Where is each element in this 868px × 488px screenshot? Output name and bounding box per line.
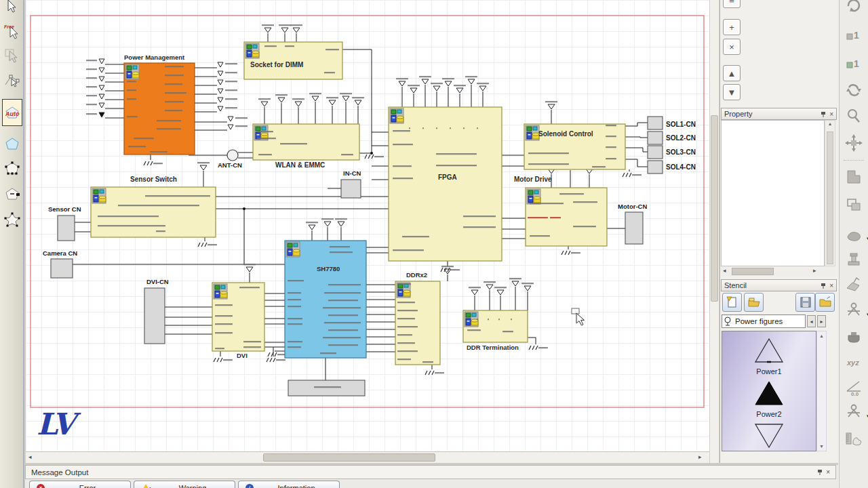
block-sensor-switch[interactable] [91,187,216,237]
canvas-vscrollbar[interactable] [709,0,719,463]
connector-camera-cn[interactable] [51,259,73,278]
pin-label-texture [408,85,420,86]
connector-dvi-cn[interactable] [144,288,165,344]
property-vscrollbar[interactable]: ▴ [825,120,835,266]
scroll-up-icon[interactable]: ▴ [825,121,835,127]
pin-label-texture [225,107,237,108]
measure-figure-icon[interactable]: ▾ [844,401,864,422]
pin-icon[interactable] [821,283,826,289]
block-type-icons [390,108,403,123]
pin-label-texture [374,156,384,157]
connector-in-cn[interactable] [341,180,361,198]
tab-error[interactable]: ×Error [29,481,131,488]
close-icon[interactable]: × [829,282,833,289]
auto-route-tool[interactable]: Auto [2,99,22,126]
place-figure-icon[interactable]: ▾ [844,300,864,320]
clamp-tool-icon[interactable] [844,274,864,294]
node-edit-tool[interactable] [2,69,22,91]
stencil-vscrollbar[interactable]: ▴ ▾ [816,331,827,451]
pin-label-texture [165,110,182,111]
place-block-icon[interactable] [844,167,864,187]
canvas-vscroll-thumb[interactable] [711,115,718,302]
stencil-item-shape[interactable] [722,422,816,451]
pin-label-texture [469,287,481,288]
pin-label-texture [235,117,248,119]
redraw-icon[interactable] [844,80,864,100]
select-cursor-tool[interactable] [2,0,22,18]
stamp-tool-icon[interactable] [844,249,864,270]
panel-hscroll-thumb[interactable] [732,268,774,275]
scroll-down-icon[interactable]: ▾ [817,443,826,449]
add-button[interactable]: + [723,19,741,35]
scroll-right-icon[interactable]: ▸ [698,453,702,460]
scroll-left-icon[interactable]: ◂ [28,453,32,460]
pin-icon[interactable] [817,469,823,475]
rotate-view-icon[interactable] [844,0,864,15]
power-flag-icon [218,80,223,85]
tab-information[interactable]: iInformation [238,481,340,488]
move-down-button[interactable]: ▼ [723,84,741,100]
canvas-hscrollbar[interactable]: ◂ ▸ [26,451,709,463]
schematic-sheet[interactable]: Power ManagementSocket for DIMMWLAN & EM… [26,0,709,451]
stencil-save-button[interactable] [795,293,815,312]
draw-polygon-tool[interactable] [2,133,22,155]
copy-objects-icon[interactable] [844,195,864,216]
edit-segment-tool[interactable] [2,183,22,205]
edit-vertices-tool[interactable] [2,157,22,179]
scroll-up-icon[interactable]: ▴ [817,333,826,339]
move-up-button[interactable]: ▲ [723,65,741,81]
ground-symbol [425,371,434,375]
pin-label-texture [441,266,454,267]
stencil-item-Power1[interactable] [722,337,816,367]
category-next-button[interactable]: ▸ [817,315,826,327]
pin-label-texture [275,94,288,96]
pin-icon[interactable] [821,111,826,117]
stencil-open-button[interactable] [744,293,764,312]
angle-zero-icon[interactable]: 0.0 [844,377,864,397]
coordinate-xyz-icon[interactable]: xyz [844,352,864,373]
connector-sensor-cn[interactable] [58,216,75,241]
pin-label-texture [208,244,217,245]
pin-label-texture [145,195,210,197]
power-flag-icon [99,68,104,73]
pin-label-texture [127,81,136,82]
connector-sol1-cn[interactable] [648,117,663,129]
canvas-hscroll-thumb[interactable] [263,453,435,462]
category-prev-button[interactable]: ◂ [807,315,816,327]
pin-label-texture [262,24,274,26]
connector-sol4-cn[interactable] [648,161,663,174]
power-flag-icon [278,98,285,124]
stencil-item-list[interactable]: Power1Power2 [722,331,816,451]
zoom-ratio-1-icon[interactable]: 1 [844,24,864,45]
list-button[interactable]: ≡ [723,0,741,8]
pan-tool-icon[interactable] [844,133,864,153]
scroll-left-icon[interactable]: ◂ [723,267,726,274]
press-tool-icon[interactable] [844,327,864,347]
zoom-tool-icon[interactable] [844,106,864,126]
reshape-polygon-tool[interactable] [2,209,22,230]
panel-hscrollbar[interactable]: ◂ ▸ [721,266,835,277]
schematic-canvas[interactable]: Power ManagementSocket for DIMMWLAN & EM… [26,0,719,463]
stencil-item-Power2[interactable] [722,380,816,409]
schematic-drawing[interactable]: Power ManagementSocket for DIMMWLAN & EM… [26,0,709,451]
connector-motor-cn[interactable] [625,212,643,244]
stencil-category-dropdown[interactable]: Power figures [722,314,806,328]
tab-warning[interactable]: !Warning [134,481,235,488]
select-disabled-tool[interactable] [2,45,22,66]
zoom-previous-icon[interactable]: 1 [844,53,864,73]
connector-sol3-cn[interactable] [648,146,663,159]
scroll-right-icon[interactable]: ▸ [813,267,816,274]
connector-sol2-cn[interactable] [648,131,663,144]
close-icon[interactable]: × [826,468,830,476]
place-component-icon[interactable]: ▾ [844,224,864,244]
stencil-new-button[interactable] [722,293,742,312]
property-vscroll-thumb[interactable] [827,131,833,264]
connector-ant-cn[interactable] [227,150,238,161]
pin-label-texture [258,154,272,155]
delete-button[interactable]: × [723,39,741,55]
connector-pcie-cn[interactable] [288,380,365,396]
stencil-import-button[interactable] [815,293,835,312]
ruler-tool-icon[interactable] [844,427,864,447]
free-select-tool[interactable]: Free [2,20,22,42]
close-icon[interactable]: × [829,110,833,118]
